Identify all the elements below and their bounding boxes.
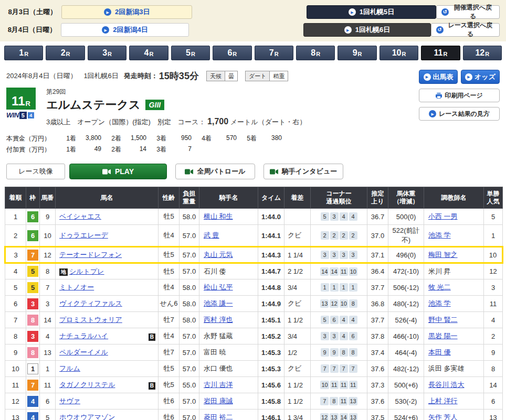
meeting-button-sapporo-day6-current[interactable]: ▶ 1回札幌6日 <box>303 23 431 37</box>
column-header: タイム <box>258 187 284 209</box>
results-guide-button[interactable]: ▶ レース結果の見方 <box>419 107 500 121</box>
table-row: 4 5 8 地シルトプレ 牡5 57.0 石川 倭 1:44.7 2 1/2 1… <box>5 263 503 279</box>
frame-badge: 1 <box>27 363 38 374</box>
jockey-link[interactable]: 松山 弘平 <box>204 283 233 291</box>
horse-name-link[interactable]: ミトノオー <box>59 283 94 291</box>
odds-button[interactable]: ▶ オッズ <box>461 70 500 84</box>
horse-name-link[interactable]: ベイシャエス <box>59 212 101 220</box>
jockey-link[interactable]: 横山 和生 <box>204 212 233 220</box>
trainer-link[interactable]: 小西 一男 <box>428 212 458 220</box>
jockey-interview-button[interactable]: 騎手インタビュー <box>263 164 343 179</box>
horse-name-link[interactable]: プロミストウォリア <box>59 316 122 324</box>
corner-position: 2 <box>321 231 329 240</box>
horse-name-link[interactable]: サヴァ <box>59 397 80 405</box>
horse-name-link[interactable]: ヴィクティファルス <box>59 299 122 307</box>
trainer-link[interactable]: 上村 洋行 <box>428 397 458 405</box>
trainer-link[interactable]: 池添 学 <box>428 299 451 307</box>
table-row: 2 6 10 ドゥラエレーデ 牡4 57.0 武 豊 1:44.1 クビ 222… <box>5 225 503 247</box>
results-table: 着順枠馬番馬名性齢負担 重量騎手名タイム着差コーナー 通過順位推定 上り馬体重 … <box>4 187 503 420</box>
horse-number: 3 <box>40 296 56 312</box>
corner-position: 8 <box>349 348 357 357</box>
sex-age: 牡4 <box>159 279 180 296</box>
horse-name-link[interactable]: ペルダーイメル <box>59 348 108 356</box>
tab-6r[interactable]: 6R <box>213 46 251 60</box>
horse-number: 1 <box>40 361 56 377</box>
trainer-link[interactable]: 梅田 智之 <box>428 251 458 259</box>
finish-time: 1:44.0 <box>258 209 284 225</box>
corner-position: 1 <box>330 283 339 292</box>
meeting-button-niigata-day3[interactable]: ▶ 2回新潟3日 <box>61 5 192 19</box>
jockey-link[interactable]: 古川 吉洋 <box>204 381 233 389</box>
last-3f: 37.0 <box>367 225 388 247</box>
entries-button[interactable]: ▶ 出馬表 <box>419 70 458 84</box>
trainer-link[interactable]: 黒岩 陽一 <box>428 332 458 340</box>
tab-4r[interactable]: 4R <box>129 46 168 60</box>
jockey-link[interactable]: 菱田 裕二 <box>204 413 233 420</box>
corner-position: 6 <box>349 332 357 340</box>
jockey-link[interactable]: 西村 淳也 <box>204 316 233 324</box>
corner-position: 9 <box>321 348 329 357</box>
tab-12r[interactable]: 12R <box>463 46 502 60</box>
tab-10r[interactable]: 10R <box>380 46 418 60</box>
carried-weight: 57.0 <box>180 410 199 420</box>
trainer-link[interactable]: 牧 光二 <box>428 283 451 291</box>
play-circle-icon: ▶ <box>344 26 352 34</box>
race-video-label[interactable]: レース映像 <box>6 164 65 179</box>
horse-name-link[interactable]: タガノクリステル <box>59 381 115 389</box>
corner-position: 3 <box>321 251 329 259</box>
margin: 1 1/4 <box>284 247 311 263</box>
tab-7r[interactable]: 7R <box>255 46 293 60</box>
horse-name-link[interactable]: ドゥラエレーデ <box>59 231 108 239</box>
sex-age: せん6 <box>159 296 180 312</box>
horse-number: 11 <box>40 377 56 393</box>
win-favorite: 8 <box>484 361 503 377</box>
play-video-button[interactable]: PLAY <box>69 164 167 179</box>
corner-position: 1 <box>340 283 348 292</box>
jockey-link[interactable]: 丸山 元気 <box>204 251 233 259</box>
horse-name-link[interactable]: ナチュラルハイ <box>59 332 108 340</box>
tab-1r[interactable]: 1R <box>4 46 43 60</box>
trainer-link[interactable]: 池添 学 <box>428 231 451 239</box>
tab-11r[interactable]: 11R <box>421 46 460 60</box>
camera-icon <box>102 169 111 175</box>
corner-position: 8 <box>349 299 357 308</box>
jockey-link[interactable]: 武 豊 <box>204 231 219 239</box>
print-page-button[interactable]: 印刷用ページ <box>419 89 500 102</box>
corner-position: 7 <box>320 397 329 405</box>
added-prize-label: 付加賞（万円） <box>6 145 56 154</box>
trainer-link[interactable]: 本田 優 <box>428 348 451 356</box>
tab-8r[interactable]: 8R <box>296 46 335 60</box>
horse-name-link[interactable]: シルトプレ <box>69 267 104 275</box>
patrol-video-button[interactable]: 全周パトロール <box>175 164 255 179</box>
back-to-meeting-select-button[interactable]: ↺ 開催選択へ戻る <box>436 5 500 19</box>
back-to-race-select-button[interactable]: ↺ レース選択へ戻る <box>431 23 500 37</box>
tab-9r[interactable]: 9R <box>338 46 376 60</box>
sex-age: 牡5 <box>159 263 180 279</box>
horse-name-link[interactable]: テーオードレフォン <box>59 251 122 259</box>
tab-2r[interactable]: 2R <box>46 46 85 60</box>
trainer-link[interactable]: 長谷川 浩大 <box>428 381 465 389</box>
column-header: 単勝 人気 <box>484 187 503 209</box>
horse-name-link[interactable]: フルム <box>59 364 80 372</box>
column-header: 調教師名 <box>424 187 484 209</box>
horse-name-link[interactable]: ホウオウアマゾン <box>59 413 115 420</box>
tab-5r[interactable]: 5R <box>171 46 210 60</box>
corner-position: 13 <box>349 397 357 405</box>
meeting-button-sapporo-day5[interactable]: ▶ 1回札幌5日 <box>307 5 436 19</box>
trainer-link[interactable]: 野中 賢二 <box>428 316 458 324</box>
horse-number: 6 <box>40 393 56 410</box>
corner-positions: 3346 <box>311 328 367 344</box>
jockey-link[interactable]: 岩田 康誠 <box>204 397 233 405</box>
finish-time: 1:44.9 <box>258 296 284 312</box>
horse-weight: 500(0) <box>388 209 424 225</box>
trainer-link[interactable]: 矢作 芳人 <box>428 413 458 420</box>
jockey-link[interactable]: 池添 謙一 <box>204 299 233 307</box>
margin: 1 3/4 <box>284 410 311 420</box>
meeting-button-niigata-day4[interactable]: ▶ 2回新潟4日 <box>61 23 189 37</box>
tab-3r[interactable]: 3R <box>88 46 126 60</box>
column-header: 馬名 <box>56 187 159 209</box>
nav-row-saturday: 8月3日（土曜） ▶ 2回新潟3日 ▶ 1回札幌5日 ↺ 開催選択へ戻る <box>6 5 500 19</box>
finish-position: 3 <box>5 247 26 263</box>
race-date-line: 2024年8月4日（日曜） 1回札幌6日 発走時刻： 15時35分 天候 曇 ダ… <box>6 70 419 82</box>
prize-amount: 3,800 <box>76 134 101 143</box>
